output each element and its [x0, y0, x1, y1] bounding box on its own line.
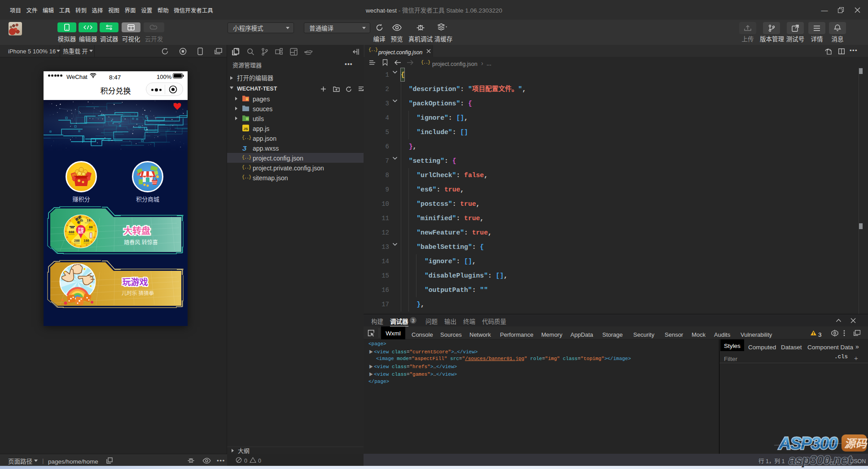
svg-text:asp300.net: asp300.net [789, 453, 852, 467]
svg-text:888: 888 [69, 229, 75, 234]
svg-text:JS: JS [244, 127, 248, 131]
svg-text:288: 288 [74, 238, 80, 243]
svg-text:源码: 源码 [844, 434, 868, 451]
svg-text:88: 88 [89, 224, 92, 229]
svg-text:ASP300: ASP300 [778, 434, 837, 453]
svg-text:抽奖: 抽奖 [78, 230, 84, 234]
svg-text:18: 18 [87, 217, 90, 222]
svg-text:188: 188 [83, 238, 89, 243]
